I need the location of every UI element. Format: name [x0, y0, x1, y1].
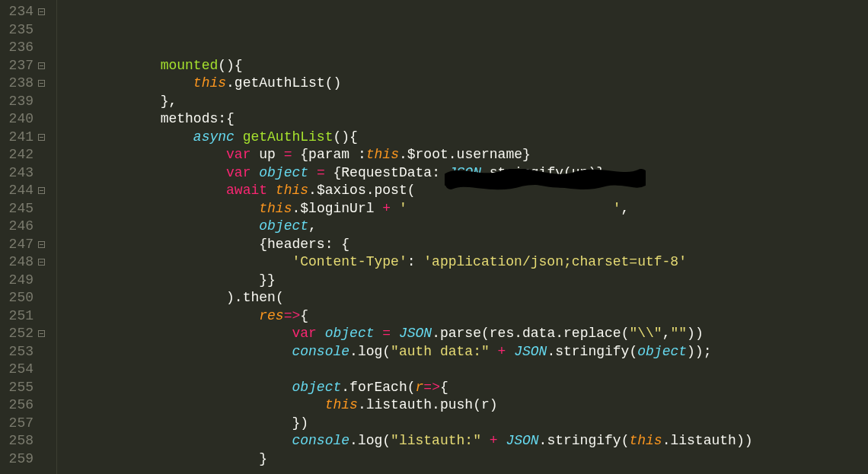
- fold-marker-slot: [38, 182, 47, 200]
- line-number: 259: [0, 450, 34, 469]
- fold-marker-slot: [38, 110, 47, 129]
- code-line[interactable]: mounted(){: [62, 57, 868, 75]
- fold-marker-slot: [38, 396, 47, 415]
- fold-marker-slot: [38, 57, 47, 75]
- code-line[interactable]: console.log("listauth:" + JSON.stringify…: [62, 432, 868, 450]
- fold-marker-slot: [38, 93, 47, 111]
- line-number: 241: [0, 129, 34, 147]
- line-number: 255: [0, 379, 34, 397]
- line-number: 240: [0, 110, 34, 129]
- line-number: 254: [0, 361, 34, 379]
- line-number: 244: [0, 182, 34, 200]
- fold-marker-slot: [38, 146, 47, 164]
- code-line[interactable]: {headers: {: [62, 236, 868, 254]
- fold-marker-slot: [38, 129, 47, 147]
- fold-marker-slot: [38, 75, 47, 93]
- fold-toggle-icon[interactable]: [38, 134, 45, 141]
- fold-marker-slot: [38, 432, 47, 450]
- line-number: 243: [0, 164, 34, 183]
- code-line[interactable]: object,: [62, 218, 868, 236]
- fold-toggle-icon[interactable]: [38, 80, 45, 87]
- fold-marker-slot: [38, 200, 47, 218]
- line-number-gutter: 2342352362372382392402412422432442452462…: [0, 0, 38, 474]
- code-line[interactable]: [62, 361, 868, 379]
- line-number: 253: [0, 343, 34, 361]
- code-line[interactable]: var object = JSON.parse(res.data.replace…: [62, 325, 868, 343]
- line-number: 236: [0, 39, 34, 57]
- line-number: 251: [0, 307, 34, 326]
- code-line[interactable]: },: [62, 93, 868, 111]
- line-number: 238: [0, 75, 34, 93]
- code-line[interactable]: console.log("auth data:" + JSON.stringif…: [62, 343, 868, 361]
- code-line[interactable]: object.forEach(r=>{: [62, 379, 868, 397]
- fold-marker-slot: [38, 236, 47, 254]
- fold-marker-slot: [38, 164, 47, 183]
- fold-marker-slot: [38, 253, 47, 272]
- fold-marker-column: [38, 0, 47, 474]
- code-line[interactable]: 'Content-Type': 'application/json;charse…: [62, 253, 868, 272]
- line-number: 247: [0, 236, 34, 254]
- line-number: 245: [0, 200, 34, 218]
- fold-toggle-icon[interactable]: [38, 241, 45, 248]
- line-number: 246: [0, 218, 34, 236]
- line-number: 239: [0, 93, 34, 111]
- line-number: 250: [0, 289, 34, 307]
- code-area[interactable]: mounted(){ this.getAuthList() }, methods…: [62, 0, 868, 474]
- line-number: 258: [0, 432, 34, 450]
- code-line[interactable]: }}: [62, 272, 868, 290]
- fold-marker-slot: [38, 379, 47, 397]
- code-line[interactable]: this.getAuthList(): [62, 75, 868, 93]
- fold-marker-slot: [38, 272, 47, 290]
- fold-toggle-icon[interactable]: [38, 8, 45, 15]
- code-line[interactable]: }: [62, 450, 868, 469]
- fold-marker-slot: [38, 343, 47, 361]
- line-number: 242: [0, 146, 34, 164]
- fold-column-border: [47, 0, 57, 474]
- fold-toggle-icon[interactable]: [38, 187, 45, 194]
- code-line[interactable]: await this.$axios.post(: [62, 182, 868, 200]
- fold-marker-slot: [38, 218, 47, 236]
- fold-marker-slot: [38, 450, 47, 469]
- fold-toggle-icon[interactable]: [38, 259, 45, 266]
- fold-marker-slot: [38, 307, 47, 326]
- line-number: 237: [0, 57, 34, 75]
- fold-toggle-icon[interactable]: [38, 330, 45, 337]
- line-number: 248: [0, 253, 34, 272]
- line-number: 257: [0, 415, 34, 433]
- code-line[interactable]: var object = {RequestData: JSON.stringif…: [62, 164, 868, 183]
- line-number: 249: [0, 272, 34, 290]
- fold-marker-slot: [38, 415, 47, 433]
- fold-marker-slot: [38, 361, 47, 379]
- code-line[interactable]: var up = {param :this.$root.username}: [62, 146, 868, 164]
- code-editor[interactable]: 2342352362372382392402412422432442452462…: [0, 0, 868, 474]
- line-number: 256: [0, 396, 34, 415]
- code-line[interactable]: this.listauth.push(r): [62, 396, 868, 415]
- line-number: 252: [0, 325, 34, 343]
- line-number: 234: [0, 3, 34, 21]
- code-line[interactable]: res=>{: [62, 307, 868, 326]
- fold-marker-slot: [38, 3, 47, 21]
- fold-marker-slot: [38, 39, 47, 57]
- code-line[interactable]: }): [62, 415, 868, 433]
- fold-toggle-icon[interactable]: [38, 62, 45, 69]
- code-line[interactable]: async getAuthList(){: [62, 129, 868, 147]
- fold-marker-slot: [38, 289, 47, 307]
- fold-marker-slot: [38, 325, 47, 343]
- line-number: 235: [0, 21, 34, 40]
- code-line[interactable]: methods:{: [62, 110, 868, 129]
- code-line[interactable]: ).then(: [62, 289, 868, 307]
- fold-marker-slot: [38, 21, 47, 40]
- code-line[interactable]: this.$loginUrl + ' ',: [62, 200, 868, 218]
- code-line[interactable]: [62, 468, 868, 474]
